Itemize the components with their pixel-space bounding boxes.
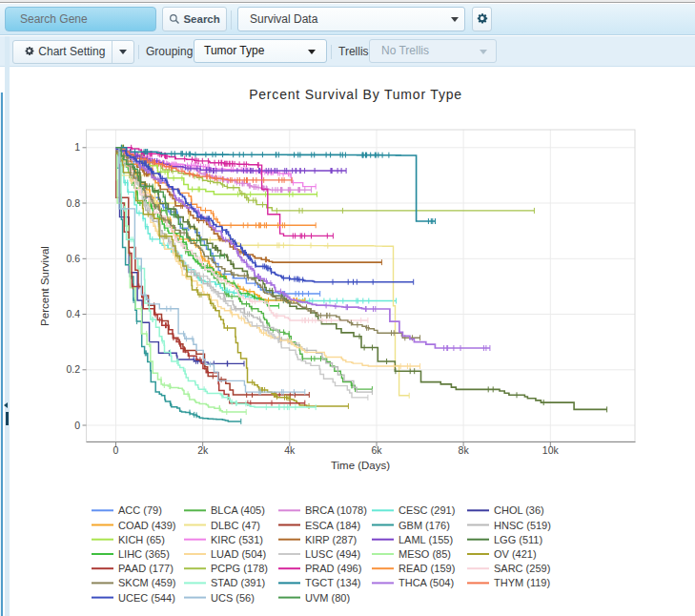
svg-text:GBM (176): GBM (176)	[399, 520, 450, 531]
svg-text:KIRP (287): KIRP (287)	[305, 534, 357, 545]
svg-text:LUAD (504): LUAD (504)	[211, 548, 266, 560]
svg-text:THYM (119): THYM (119)	[494, 577, 550, 588]
svg-text:Time (Days): Time (Days)	[331, 460, 390, 471]
svg-text:TGCT (134): TGCT (134)	[305, 577, 360, 588]
svg-text:LIHC (365): LIHC (365)	[118, 548, 170, 560]
svg-text:HNSC (519): HNSC (519)	[494, 520, 551, 531]
svg-text:MESO (85): MESO (85)	[399, 548, 451, 560]
svg-text:ESCA (184): ESCA (184)	[305, 520, 360, 531]
svg-text:CHOL (36): CHOL (36)	[494, 504, 544, 516]
svg-text:0.2: 0.2	[66, 363, 80, 375]
svg-text:0: 0	[113, 444, 119, 456]
svg-text:8k: 8k	[459, 444, 470, 456]
svg-text:Percent Survival: Percent Survival	[39, 246, 51, 326]
svg-text:UCS (56): UCS (56)	[211, 592, 255, 604]
svg-text:LUSC (494): LUSC (494)	[305, 548, 360, 560]
svg-text:KIRC (531): KIRC (531)	[211, 534, 263, 545]
svg-text:STAD (391): STAD (391)	[211, 577, 265, 588]
svg-text:THCA (504): THCA (504)	[399, 577, 454, 588]
svg-text:LAML (155): LAML (155)	[399, 534, 453, 545]
svg-text:READ (159): READ (159)	[399, 563, 455, 574]
svg-text:UCEC (544): UCEC (544)	[118, 592, 175, 604]
svg-text:10k: 10k	[542, 444, 560, 456]
svg-text:Percent Survival By Tumor Type: Percent Survival By Tumor Type	[249, 87, 462, 102]
svg-text:CESC (291): CESC (291)	[399, 504, 455, 516]
svg-text:PCPG (178): PCPG (178)	[211, 563, 268, 574]
svg-text:SKCM (459): SKCM (459)	[118, 577, 176, 588]
svg-text:COAD (439): COAD (439)	[118, 520, 176, 531]
svg-text:BRCA (1078): BRCA (1078)	[305, 504, 367, 516]
svg-text:SARC (259): SARC (259)	[494, 563, 550, 574]
svg-text:LGG (511): LGG (511)	[494, 534, 542, 545]
svg-text:6k: 6k	[371, 444, 382, 456]
svg-text:KICH (65): KICH (65)	[118, 534, 165, 545]
svg-text:DLBC (47): DLBC (47)	[211, 520, 260, 531]
svg-text:UVM (80): UVM (80)	[305, 592, 350, 604]
svg-text:1: 1	[74, 141, 80, 153]
svg-text:2k: 2k	[197, 444, 209, 456]
svg-text:0.8: 0.8	[66, 197, 80, 209]
svg-text:4k: 4k	[284, 444, 296, 456]
svg-text:OV (421): OV (421)	[494, 548, 537, 560]
svg-text:0.4: 0.4	[66, 308, 80, 319]
svg-text:0: 0	[74, 420, 80, 431]
svg-text:PAAD (177): PAAD (177)	[118, 563, 174, 574]
svg-text:ACC (79): ACC (79)	[118, 504, 162, 516]
svg-text:BLCA (405): BLCA (405)	[211, 504, 265, 516]
svg-text:0.6: 0.6	[66, 253, 80, 264]
svg-text:PRAD (496): PRAD (496)	[305, 563, 361, 574]
